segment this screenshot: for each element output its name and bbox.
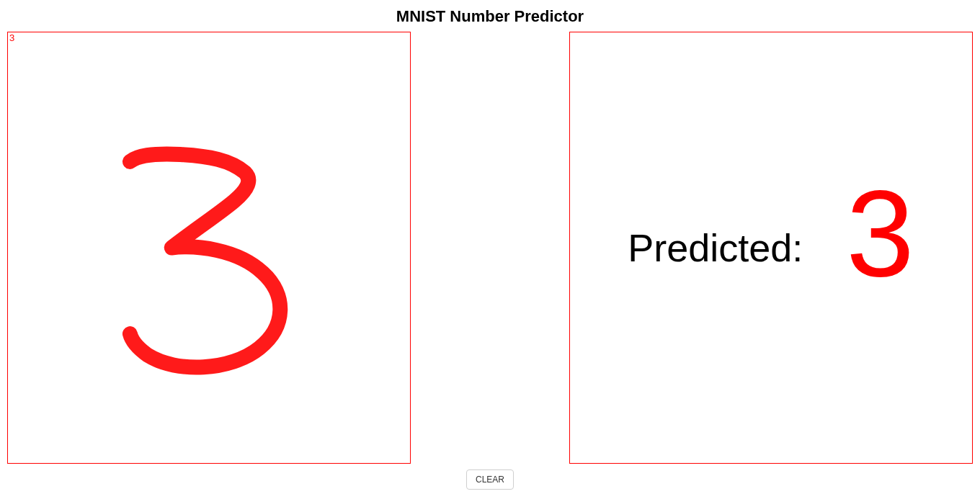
drawing-canvas[interactable] <box>8 32 410 463</box>
prediction-label: Predicted: <box>628 225 803 270</box>
prediction-panel: Predicted: 3 <box>569 32 973 464</box>
drawn-digit-icon <box>8 32 410 463</box>
panels-row: 3 Predicted: 3 <box>0 32 980 464</box>
page-title: MNIST Number Predictor <box>0 0 980 32</box>
clear-button[interactable]: CLEAR <box>466 469 514 490</box>
digit-stroke <box>130 154 280 367</box>
prediction-value: 3 <box>846 172 914 295</box>
controls-row: CLEAR <box>0 469 980 490</box>
drawing-panel: 3 <box>7 32 411 464</box>
corner-label: 3 <box>9 33 14 42</box>
